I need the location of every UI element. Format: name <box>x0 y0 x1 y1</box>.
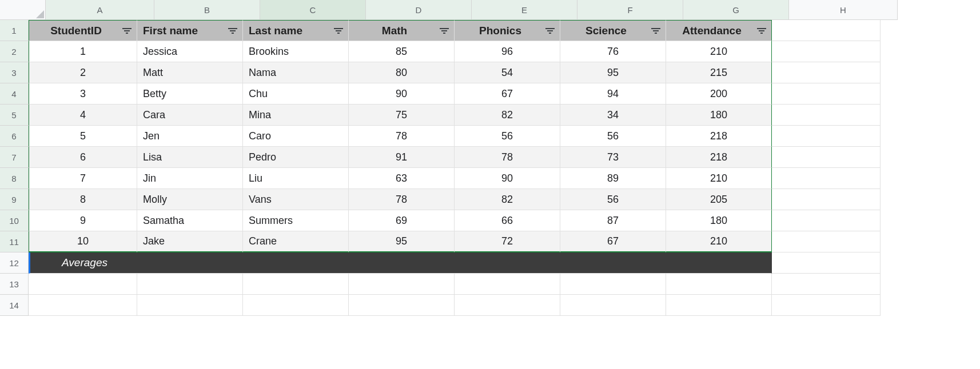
cell-lastname[interactable]: Summers <box>243 210 349 231</box>
cell-firstname[interactable]: Molly <box>137 189 243 210</box>
cell-attendance[interactable]: 210 <box>666 231 772 252</box>
cell-attendance[interactable]: 210 <box>666 41 772 62</box>
cell-attendance[interactable]: 200 <box>666 83 772 105</box>
cell-math[interactable]: 90 <box>349 83 455 105</box>
cell-studentid[interactable]: 10 <box>29 231 137 252</box>
cellH11[interactable] <box>772 231 881 252</box>
cell-math[interactable]: 75 <box>349 105 455 126</box>
cell-lastname[interactable]: Crane <box>243 231 349 252</box>
cell-phonics[interactable]: 54 <box>455 62 560 83</box>
cell-attendance[interactable]: 210 <box>666 168 772 189</box>
row-header-6[interactable]: 6 <box>0 126 29 147</box>
cellG14[interactable] <box>666 295 772 316</box>
cell-firstname[interactable]: Betty <box>137 83 243 105</box>
cellH6[interactable] <box>772 126 881 147</box>
col-header-G[interactable]: G <box>683 0 789 20</box>
cell-firstname[interactable]: Samatha <box>137 210 243 231</box>
cellE14[interactable] <box>455 295 560 316</box>
cellH5[interactable] <box>772 105 881 126</box>
cellD14[interactable] <box>349 295 455 316</box>
cellH12[interactable] <box>772 252 881 274</box>
cellH4[interactable] <box>772 83 881 105</box>
col-header-H[interactable]: H <box>789 0 898 20</box>
cell-attendance[interactable]: 218 <box>666 126 772 147</box>
col-header-C[interactable]: C <box>260 0 366 20</box>
cell-attendance[interactable]: 205 <box>666 189 772 210</box>
cellH3[interactable] <box>772 62 881 83</box>
cell-lastname[interactable]: Mina <box>243 105 349 126</box>
cellA13[interactable] <box>29 274 137 295</box>
cellE1[interactable]: Phonics <box>455 20 560 41</box>
averages-merged-cell[interactable]: Averages <box>29 252 772 274</box>
cell-studentid[interactable]: 4 <box>29 105 137 126</box>
cellF13[interactable] <box>560 274 666 295</box>
filter-icon[interactable] <box>651 26 661 35</box>
cell-science[interactable]: 94 <box>560 83 666 105</box>
cell-lastname[interactable]: Brookins <box>243 41 349 62</box>
cell-science[interactable]: 89 <box>560 168 666 189</box>
cell-math[interactable]: 78 <box>349 126 455 147</box>
row-header-11[interactable]: 11 <box>0 231 29 252</box>
filter-icon[interactable] <box>756 26 767 35</box>
cellA1[interactable]: StudentID <box>29 20 137 41</box>
filter-icon[interactable] <box>545 26 555 35</box>
cell-studentid[interactable]: 3 <box>29 83 137 105</box>
cell-phonics[interactable]: 82 <box>455 189 560 210</box>
cell-phonics[interactable]: 72 <box>455 231 560 252</box>
cellG1[interactable]: Attendance <box>666 20 772 41</box>
cell-attendance[interactable]: 218 <box>666 147 772 168</box>
row-header-5[interactable]: 5 <box>0 105 29 126</box>
cell-studentid[interactable]: 5 <box>29 126 137 147</box>
cell-lastname[interactable]: Caro <box>243 126 349 147</box>
col-header-D[interactable]: D <box>366 0 472 20</box>
row-header-12[interactable]: 12 <box>0 252 29 274</box>
cellF1[interactable]: Science <box>560 20 666 41</box>
cell-phonics[interactable]: 82 <box>455 105 560 126</box>
cell-lastname[interactable]: Vans <box>243 189 349 210</box>
cell-studentid[interactable]: 2 <box>29 62 137 83</box>
cellH2[interactable] <box>772 41 881 62</box>
cellC14[interactable] <box>243 295 349 316</box>
row-header-7[interactable]: 7 <box>0 147 29 168</box>
cellH10[interactable] <box>772 210 881 231</box>
col-header-F[interactable]: F <box>577 0 683 20</box>
row-header-2[interactable]: 2 <box>0 41 29 62</box>
cell-firstname[interactable]: Cara <box>137 105 243 126</box>
cell-math[interactable]: 69 <box>349 210 455 231</box>
cell-phonics[interactable]: 96 <box>455 41 560 62</box>
cell-math[interactable]: 85 <box>349 41 455 62</box>
select-all-corner[interactable] <box>0 0 46 20</box>
cellH13[interactable] <box>772 274 881 295</box>
cellF14[interactable] <box>560 295 666 316</box>
filter-icon[interactable] <box>333 26 344 35</box>
cell-science[interactable]: 56 <box>560 189 666 210</box>
filter-icon[interactable] <box>122 26 132 35</box>
cell-studentid[interactable]: 1 <box>29 41 137 62</box>
cellH9[interactable] <box>772 189 881 210</box>
cell-science[interactable]: 67 <box>560 231 666 252</box>
cell-phonics[interactable]: 78 <box>455 147 560 168</box>
row-header-1[interactable]: 1 <box>0 20 29 41</box>
cellB13[interactable] <box>137 274 243 295</box>
filter-icon[interactable] <box>439 26 449 35</box>
cell-attendance[interactable]: 215 <box>666 62 772 83</box>
cell-math[interactable]: 63 <box>349 168 455 189</box>
cellG13[interactable] <box>666 274 772 295</box>
cell-math[interactable]: 91 <box>349 147 455 168</box>
cell-math[interactable]: 78 <box>349 189 455 210</box>
cell-firstname[interactable]: Jake <box>137 231 243 252</box>
cell-phonics[interactable]: 56 <box>455 126 560 147</box>
row-header-9[interactable]: 9 <box>0 189 29 210</box>
cellH8[interactable] <box>772 168 881 189</box>
cellC13[interactable] <box>243 274 349 295</box>
cell-studentid[interactable]: 6 <box>29 147 137 168</box>
row-header-3[interactable]: 3 <box>0 62 29 83</box>
cell-firstname[interactable]: Jen <box>137 126 243 147</box>
cellD1[interactable]: Math <box>349 20 455 41</box>
cell-studentid[interactable]: 7 <box>29 168 137 189</box>
row-header-10[interactable]: 10 <box>0 210 29 231</box>
cell-math[interactable]: 95 <box>349 231 455 252</box>
cell-science[interactable]: 34 <box>560 105 666 126</box>
cellA14[interactable] <box>29 295 137 316</box>
cell-lastname[interactable]: Nama <box>243 62 349 83</box>
